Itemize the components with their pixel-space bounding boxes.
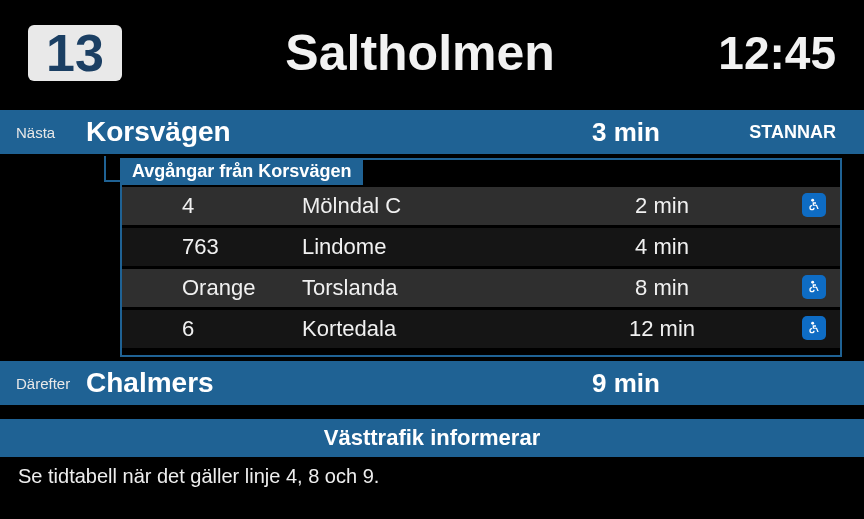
departure-time: 8 min	[562, 275, 762, 301]
departures-heading: Avgångar från Korsvägen	[120, 158, 363, 185]
next-stop-status: STANNAR	[706, 122, 836, 143]
svg-point-0	[811, 199, 814, 202]
departure-time: 2 min	[562, 193, 762, 219]
departure-row: 4Mölndal C2 min	[122, 187, 840, 225]
line-number-badge: 13	[28, 25, 122, 81]
after-stop-label: Därefter	[16, 375, 86, 392]
next-stop-row: Nästa Korsvägen 3 min STANNAR	[0, 110, 864, 154]
next-stop-name: Korsvägen	[86, 116, 546, 148]
header: 13 Saltholmen 12:45	[0, 0, 864, 92]
departure-row: 6Kortedala12 min	[122, 310, 840, 348]
wheelchair-icon	[802, 316, 826, 340]
departure-line: 4	[182, 193, 302, 219]
departure-time: 4 min	[562, 234, 762, 260]
departure-row: 763Lindome4 min	[122, 228, 840, 266]
departure-destination: Lindome	[302, 234, 562, 260]
departure-line: Orange	[182, 275, 302, 301]
svg-point-1	[811, 281, 814, 284]
departure-line: 763	[182, 234, 302, 260]
next-stop-time: 3 min	[546, 117, 706, 148]
departure-row: OrangeTorslanda8 min	[122, 269, 840, 307]
info-heading: Västtrafik informerar	[0, 419, 864, 457]
destination-title: Saltholmen	[122, 24, 719, 82]
departures-list: 4Mölndal C2 min763Lindome4 minOrangeTors…	[120, 183, 842, 357]
departure-time: 12 min	[562, 316, 762, 342]
departures-heading-row: Avgångar från Korsvägen	[120, 158, 842, 185]
departure-destination: Kortedala	[302, 316, 562, 342]
clock: 12:45	[718, 26, 836, 80]
wheelchair-icon	[802, 193, 826, 217]
svg-point-2	[811, 322, 814, 325]
departure-line: 6	[182, 316, 302, 342]
after-stop-row: Därefter Chalmers 9 min	[0, 361, 864, 405]
transit-display-screen: 13 Saltholmen 12:45 Nästa Korsvägen 3 mi…	[0, 0, 864, 519]
next-stop-label: Nästa	[16, 124, 86, 141]
wheelchair-icon	[802, 275, 826, 299]
departure-wheelchair-cell	[762, 193, 826, 219]
info-body: Se tidtabell när det gäller linje 4, 8 o…	[0, 457, 864, 496]
after-stop-name: Chalmers	[86, 367, 546, 399]
departure-wheelchair-cell	[762, 275, 826, 301]
departure-destination: Torslanda	[302, 275, 562, 301]
departure-wheelchair-cell	[762, 316, 826, 342]
departure-destination: Mölndal C	[302, 193, 562, 219]
after-stop-time: 9 min	[546, 368, 706, 399]
stops-section: Nästa Korsvägen 3 min STANNAR Avgångar f…	[0, 110, 864, 405]
